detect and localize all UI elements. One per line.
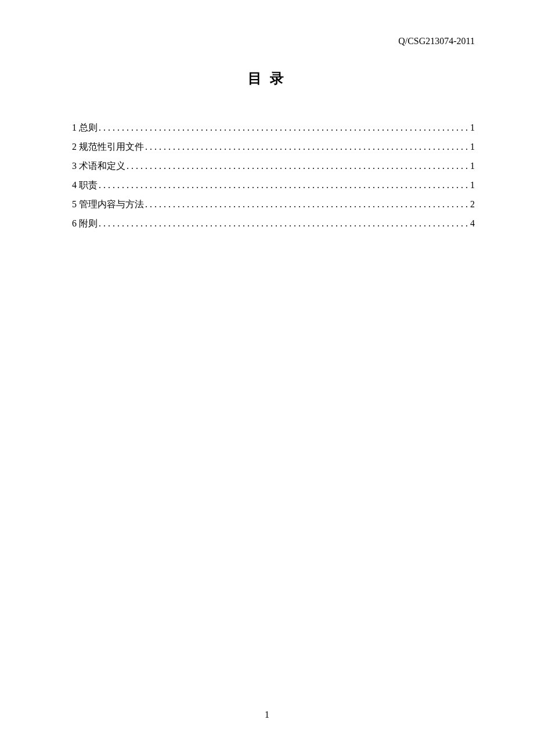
toc-leader-dots (145, 142, 469, 152)
toc-entry-label: 5管理内容与方法 (72, 199, 144, 211)
toc-entry-label: 3术语和定义 (72, 160, 125, 172)
toc-leader-dots (99, 123, 469, 133)
toc-entry-label: 6附则 (72, 218, 98, 230)
toc-entry: 5管理内容与方法 2 (72, 199, 475, 211)
document-code: Q/CSG213074-2011 (398, 36, 475, 46)
toc-entry-page: 1 (470, 161, 475, 171)
toc-entry-label: 2规范性引用文件 (72, 141, 144, 153)
toc-entry: 1总则 1 (72, 122, 475, 134)
toc-leader-dots (127, 161, 469, 171)
toc-entry: 6附则 4 (72, 218, 475, 230)
toc-leader-dots (99, 218, 469, 229)
toc-entry: 2规范性引用文件 1 (72, 141, 475, 153)
toc-entry-page: 2 (470, 199, 475, 210)
toc-entry-page: 1 (470, 123, 475, 133)
toc-entry: 3术语和定义 1 (72, 160, 475, 172)
toc-entry-label: 1总则 (72, 122, 98, 134)
toc-title: 目 录 (0, 69, 534, 88)
table-of-contents: 1总则 1 2规范性引用文件 1 3术语和定义 1 4职责 1 5管理内容与方法… (72, 122, 475, 237)
toc-entry-page: 4 (470, 218, 475, 229)
toc-entry-page: 1 (470, 180, 475, 190)
toc-entry-label: 4职责 (72, 179, 98, 192)
toc-leader-dots (99, 180, 469, 190)
toc-leader-dots (145, 199, 469, 210)
page-number: 1 (0, 710, 534, 720)
toc-entry-page: 1 (470, 142, 475, 152)
toc-entry: 4职责 1 (72, 179, 475, 192)
